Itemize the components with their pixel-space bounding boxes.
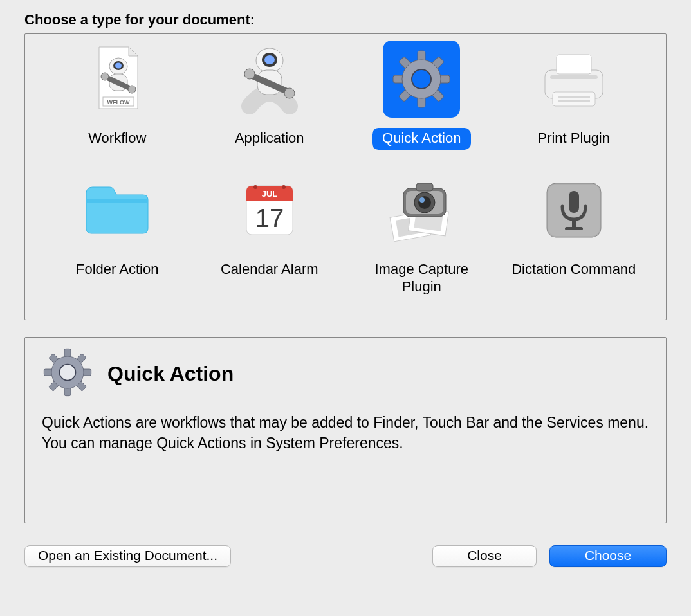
folder-icon	[78, 172, 156, 249]
type-application-label: Application	[225, 128, 315, 150]
svg-point-49	[419, 197, 425, 203]
svg-rect-54	[565, 227, 583, 230]
printer-icon	[535, 41, 613, 118]
svg-rect-32	[86, 199, 148, 203]
type-workflow-label: Workflow	[78, 128, 156, 150]
dialog-heading: Choose a type for your document:	[24, 12, 667, 28]
open-existing-button[interactable]: Open an Existing Document...	[24, 545, 231, 567]
type-folder-action[interactable]: Folder Action	[44, 172, 190, 298]
svg-rect-46	[416, 183, 433, 191]
type-calendar-alarm[interactable]: JUL 17 Calendar Alarm	[197, 172, 343, 298]
type-print-plugin[interactable]: Print Plugin	[501, 41, 647, 150]
svg-point-6	[128, 86, 136, 93]
svg-rect-29	[558, 96, 590, 98]
document-type-grid: WFLOW Workflow	[24, 33, 667, 320]
svg-point-25	[412, 69, 431, 89]
close-button[interactable]: Close	[432, 545, 537, 567]
detail-panel: Quick Action Quick Actions are workflows…	[24, 337, 667, 523]
dialog-footer: Open an Existing Document... Close Choos…	[24, 545, 667, 567]
calendar-icon: JUL 17	[231, 172, 308, 249]
detail-description: Quick Actions are workflows that may be …	[42, 412, 649, 453]
svg-rect-28	[553, 92, 595, 106]
svg-text:WFLOW: WFLOW	[107, 99, 130, 105]
type-application[interactable]: Application	[197, 41, 343, 150]
svg-point-48	[418, 196, 431, 209]
svg-point-15	[284, 88, 295, 98]
type-workflow[interactable]: WFLOW Workflow	[44, 41, 190, 150]
detail-title: Quick Action	[107, 362, 234, 386]
type-calendar-alarm-label: Calendar Alarm	[210, 259, 329, 281]
choose-button[interactable]: Choose	[549, 545, 667, 567]
svg-rect-52	[569, 191, 579, 213]
svg-rect-27	[557, 55, 591, 74]
type-image-capture-plugin-label: Image Capture Plugin	[349, 259, 495, 298]
svg-point-38	[253, 185, 257, 189]
svg-text:JUL: JUL	[261, 189, 277, 199]
gear-icon	[42, 347, 93, 401]
svg-rect-53	[572, 219, 576, 227]
svg-rect-31	[550, 75, 598, 79]
type-dictation-command[interactable]: Dictation Command	[501, 172, 647, 298]
gear-icon	[383, 41, 460, 118]
svg-point-64	[60, 365, 76, 381]
svg-text:17: 17	[255, 204, 284, 232]
svg-rect-30	[558, 100, 590, 102]
svg-point-5	[101, 73, 109, 80]
svg-point-39	[282, 185, 286, 189]
type-print-plugin-label: Print Plugin	[527, 128, 620, 150]
type-image-capture-plugin[interactable]: Image Capture Plugin	[349, 172, 495, 298]
svg-point-2	[115, 63, 122, 69]
type-dictation-command-label: Dictation Command	[501, 259, 646, 281]
type-quick-action[interactable]: Quick Action	[349, 41, 495, 150]
application-icon	[231, 41, 308, 118]
svg-point-11	[264, 55, 275, 64]
type-quick-action-label: Quick Action	[372, 128, 471, 150]
camera-icon	[383, 172, 460, 249]
microphone-icon	[535, 172, 613, 249]
svg-point-14	[244, 69, 255, 79]
workflow-icon: WFLOW	[78, 41, 156, 118]
type-folder-action-label: Folder Action	[66, 259, 169, 281]
